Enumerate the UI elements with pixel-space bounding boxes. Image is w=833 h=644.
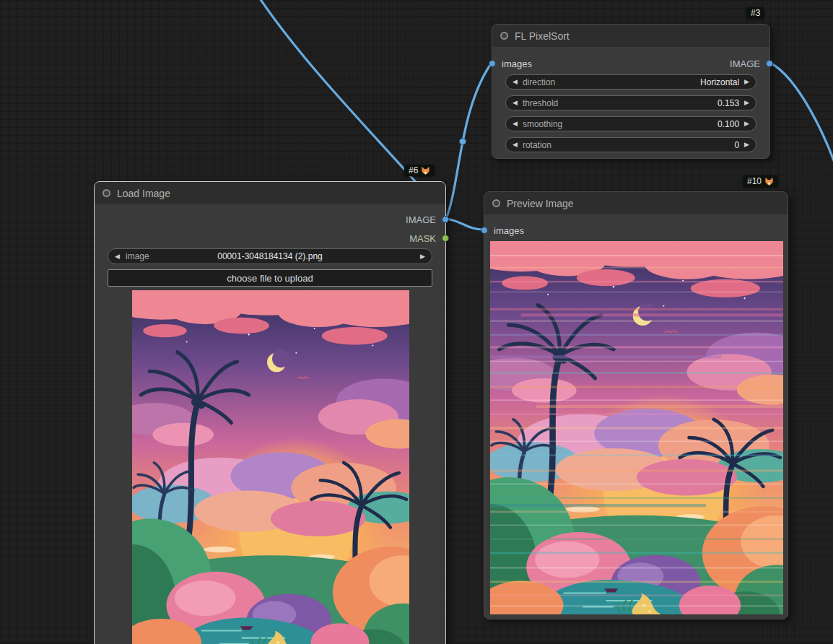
input-slot-label: images [502, 58, 532, 69]
increment-arrow-icon[interactable]: ▶ [744, 142, 749, 148]
widget-image-combo[interactable]: ◀ image 00001-3048184134 (2).png ▶ [108, 248, 432, 264]
collapse-dot[interactable] [103, 189, 110, 197]
widget-label: threshold [523, 98, 558, 108]
node-title-bar[interactable]: Load Image [95, 182, 445, 204]
output-port-mask[interactable] [442, 235, 449, 242]
glitched-tropical-illustration [490, 241, 783, 614]
decrement-arrow-icon[interactable]: ◀ [513, 142, 518, 148]
output-slot-label: IMAGE [730, 58, 760, 69]
decrement-arrow-icon[interactable]: ◀ [513, 121, 518, 127]
widget-rotation[interactable]: ◀ rotation 0 ▶ [505, 137, 756, 152]
badge-text: #10 [747, 176, 762, 186]
node-title: Preview Image [507, 198, 574, 209]
node-id-badge-load-image: #6 [404, 165, 435, 176]
node-canvas[interactable]: FL PixelSort images IMAGE ◀ direction Ho… [0, 0, 833, 644]
widget-label: smoothing [523, 119, 562, 129]
fox-icon [421, 166, 430, 175]
button-label: choose file to upload [227, 273, 313, 284]
widget-smoothing[interactable]: ◀ smoothing 0.100 ▶ [505, 116, 756, 131]
widget-value: 00001-3048184134 (2).png [108, 251, 432, 261]
collapse-dot[interactable] [492, 199, 500, 207]
link-wire [446, 219, 484, 230]
input-slot-label: images [494, 225, 524, 236]
decrement-arrow-icon[interactable]: ◀ [513, 79, 518, 85]
node-title: FL PixelSort [515, 30, 570, 42]
link-wire [770, 63, 833, 175]
node-id-badge-preview: #10 [743, 175, 778, 187]
tropical-illustration [132, 290, 409, 644]
badge-text: #3 [751, 8, 760, 18]
decrement-arrow-icon[interactable]: ◀ [513, 100, 518, 106]
badge-text: #6 [409, 165, 418, 175]
node-title: Load Image [117, 188, 170, 199]
widget-value: 0.100 [718, 119, 739, 129]
widget-threshold[interactable]: ◀ threshold 0.153 ▶ [505, 95, 756, 110]
fox-icon [764, 177, 774, 186]
node-fl-pixelsort[interactable]: FL PixelSort images IMAGE ◀ direction Ho… [492, 24, 770, 159]
node-id-badge-pixelsort: #3 [746, 7, 764, 19]
slot-row: MASK [95, 230, 445, 246]
input-port-images[interactable] [489, 60, 496, 67]
widget-label: direction [523, 77, 555, 87]
choose-file-button[interactable]: choose file to upload [108, 269, 432, 287]
increment-arrow-icon[interactable]: ▶ [744, 121, 749, 127]
input-port-images[interactable] [481, 227, 488, 234]
slot-row: images IMAGE [492, 56, 769, 71]
output-slot-label: MASK [409, 233, 436, 244]
pixelsorted-image-preview [490, 241, 783, 614]
collapse-dot[interactable] [500, 32, 508, 40]
output-slot-label: IMAGE [406, 214, 436, 225]
next-arrow-icon[interactable]: ▶ [420, 253, 425, 260]
widget-label: rotation [523, 140, 551, 150]
widget-value: 0.153 [718, 98, 739, 108]
slot-row: images [484, 222, 788, 238]
node-load-image[interactable]: Load Image IMAGE MASK ◀ image 00001-3048… [94, 181, 446, 644]
node-preview-image[interactable]: Preview Image images [484, 191, 788, 619]
slot-row: IMAGE [95, 212, 445, 227]
loaded-image-preview [132, 290, 409, 644]
widget-direction[interactable]: ◀ direction Horizontal ▶ [505, 74, 756, 90]
node-title-bar[interactable]: FL PixelSort [492, 25, 769, 47]
increment-arrow-icon[interactable]: ▶ [744, 79, 749, 85]
widget-value: Horizontal [700, 77, 739, 87]
widget-value: 0 [734, 140, 739, 150]
output-port-image[interactable] [442, 216, 449, 223]
link-reroute-dot[interactable] [460, 139, 466, 145]
increment-arrow-icon[interactable]: ▶ [744, 100, 749, 106]
node-title-bar[interactable]: Preview Image [484, 192, 788, 214]
output-port-image[interactable] [766, 60, 773, 67]
